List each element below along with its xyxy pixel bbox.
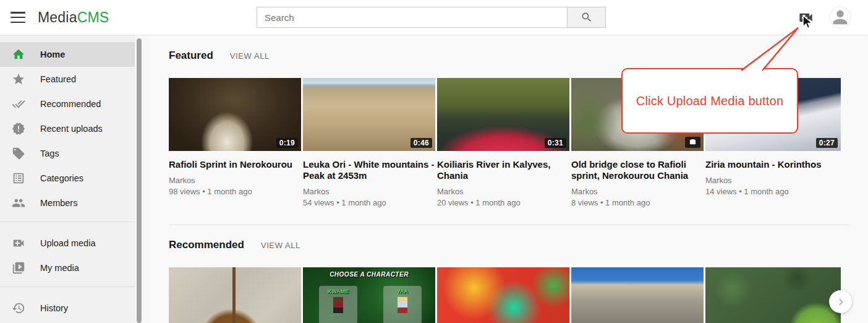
sidebar-item-tags[interactable]: Tags [0, 141, 135, 166]
game-character-sprite [398, 297, 407, 313]
history-clock-icon [12, 301, 25, 315]
duration-badge: 0:27 [816, 138, 838, 148]
search-icon [581, 11, 593, 24]
search-button[interactable] [567, 7, 606, 28]
double-check-icon [12, 97, 25, 111]
video-author[interactable]: Markos [705, 176, 841, 186]
sidebar-item-label: Categories [40, 173, 83, 183]
video-library-icon [12, 261, 25, 275]
hamburger-menu-button[interactable] [11, 12, 25, 23]
recommended-row: CHOOSE A CHARACTER KWAME YAA Selected Se… [169, 267, 868, 323]
sidebar-divider [0, 222, 135, 222]
sidebar-item-label: Tags [40, 149, 59, 158]
logo-cms-text: CMS [77, 9, 109, 25]
recommended-section-header: Recommended VIEW ALL [169, 225, 868, 251]
video-title[interactable]: Old bridge close to Rafioli sprint, Nero… [571, 159, 704, 181]
recommended-view-all-link[interactable]: VIEW ALL [261, 241, 300, 250]
sidebar-item-featured[interactable]: Featured [0, 67, 135, 92]
game-character-name: KWAME [319, 288, 357, 295]
sidebar-item-history[interactable]: History [0, 296, 135, 321]
sidebar-item-label: History [40, 303, 68, 313]
sidebar-item-recommended[interactable]: Recommended [0, 92, 135, 116]
video-author[interactable]: Markos [303, 187, 435, 197]
game-thumb-heading: CHOOSE A CHARACTER [303, 271, 435, 278]
chevron-right-icon [836, 297, 846, 307]
sidebar-item-recent-uploads[interactable]: Recent uploads [0, 116, 135, 141]
media-card[interactable]: 0:46 Leuka Ori - White mountains - Peak … [303, 78, 435, 209]
tag-icon [12, 147, 25, 160]
sidebar-divider [0, 286, 135, 287]
camera-icon [689, 139, 697, 145]
list-icon [12, 171, 25, 185]
sidebar-item-label: My media [40, 263, 79, 273]
sidebar-nav: Home Featured Recommended Recent uploads… [0, 35, 135, 321]
game-character-sprite [333, 297, 343, 313]
media-card[interactable]: CHOOSE A CHARACTER KWAME YAA Selected Se… [303, 267, 435, 323]
video-title[interactable]: Rafioli Sprint in Nerokourou [169, 159, 301, 170]
media-card[interactable]: 0:31 Koiliaris River in Kalyves, Chania … [437, 78, 569, 209]
sidebar-item-label: Recent uploads [40, 124, 103, 134]
video-title[interactable]: Leuka Ori - White mountains - Peak at 24… [303, 159, 435, 181]
callout-tooltip: Click Upload Media button [621, 68, 798, 134]
sidebar-item-members[interactable]: Members [0, 191, 135, 215]
media-card[interactable] [169, 267, 301, 323]
search-input[interactable] [257, 7, 567, 28]
mouse-cursor-icon [801, 15, 814, 31]
search-bar [257, 7, 606, 28]
sidebar-item-categories[interactable]: Categories [0, 166, 135, 191]
video-meta: 14 views • 1 month ago [705, 186, 841, 197]
video-meta: 8 views • 1 month ago [571, 197, 704, 209]
video-author[interactable]: Markos [571, 187, 704, 197]
section-title: Featured [169, 50, 213, 62]
sidebar-item-label: Members [40, 198, 77, 208]
video-thumbnail[interactable]: 0:31 [437, 78, 569, 151]
user-avatar[interactable] [829, 6, 851, 28]
sidebar-item-my-media[interactable]: My media [0, 256, 135, 280]
media-card[interactable] [571, 267, 704, 323]
sidebar-item-upload-media[interactable]: Upload media [0, 231, 135, 256]
duration-badge: 0:46 [411, 138, 432, 148]
home-icon [12, 48, 25, 61]
sidebar-item-label: Featured [40, 74, 76, 84]
sidebar-item-label: Home [40, 50, 65, 59]
media-card[interactable] [705, 267, 841, 323]
video-title[interactable]: Ziria mountain - Korinthos [705, 159, 841, 170]
sidebar-item-label: Upload media [40, 238, 95, 248]
media-card[interactable] [437, 267, 569, 323]
featured-view-all-link[interactable]: VIEW ALL [230, 51, 270, 61]
video-meta: 54 views • 1 month ago [303, 197, 435, 209]
video-thumbnail[interactable] [571, 267, 704, 323]
video-thumbnail[interactable]: CHOOSE A CHARACTER KWAME YAA Selected Se… [303, 267, 435, 323]
sidebar-item-label: Recommended [40, 99, 101, 109]
mediacms-app: MediaCMS Home Featured [0, 0, 868, 323]
video-title[interactable]: Koiliaris River in Kalyves, Chania [437, 159, 569, 181]
video-author[interactable]: Markos [437, 187, 569, 197]
carousel-next-button[interactable] [829, 290, 852, 313]
video-camera-plus-icon [12, 236, 25, 250]
people-icon [12, 196, 25, 210]
duration-badge: 0:31 [545, 138, 566, 148]
scrollbar-thumb[interactable] [137, 38, 142, 323]
media-card[interactable]: 0:19 Rafioli Sprint in Nerokourou Markos… [169, 78, 301, 209]
sidebar-scrollbar[interactable] [135, 35, 142, 323]
video-author[interactable]: Markos [169, 176, 301, 186]
photo-badge [685, 137, 700, 148]
video-thumbnail[interactable] [437, 267, 569, 323]
mediacms-logo[interactable]: MediaCMS [38, 9, 109, 26]
video-thumbnail[interactable] [169, 267, 301, 323]
sidebar-item-home[interactable]: Home [0, 42, 135, 67]
sidebar: Home Featured Recommended Recent uploads… [0, 35, 142, 323]
new-releases-icon [12, 122, 25, 136]
video-meta: 20 views • 1 month ago [437, 197, 569, 209]
star-icon [12, 72, 25, 86]
person-icon [830, 7, 851, 28]
callout-text: Click Upload Media button [636, 94, 783, 108]
section-title: Recommended [169, 239, 244, 251]
video-thumbnail[interactable] [705, 267, 841, 323]
video-meta: 98 views • 1 month ago [169, 186, 301, 197]
video-thumbnail[interactable]: 0:19 [169, 78, 301, 151]
duration-badge: 0:19 [276, 138, 298, 148]
callout-arrow [736, 24, 804, 73]
logo-media-text: Media [38, 9, 77, 25]
video-thumbnail[interactable]: 0:46 [303, 78, 435, 151]
